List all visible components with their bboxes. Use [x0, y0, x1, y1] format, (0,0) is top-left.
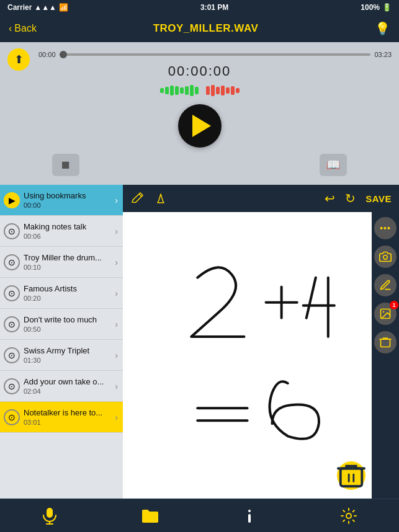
svg-point-16 [248, 510, 251, 512]
svg-rect-13 [47, 508, 53, 518]
undo-button[interactable]: ↩ [325, 191, 335, 206]
meter-bar [231, 86, 235, 95]
bookmark-item-7[interactable]: ⊙ Add your own take o... 02:04 › [0, 371, 123, 402]
bookmark-play-icon-3: ⊙ [4, 254, 20, 270]
bulb-icon[interactable]: 💡 [375, 21, 390, 36]
bookmark-title-5: Don't write too much [24, 315, 112, 324]
pencil-tool-button[interactable] [130, 192, 144, 205]
bookmark-time-5: 00:50 [24, 326, 112, 333]
bookmark-text-4: Famous Artists 00:20 [24, 284, 112, 302]
bookmark-time-4: 00:20 [24, 295, 112, 302]
wifi-icon: 📶 [59, 3, 68, 12]
start-time-label: 00:00 [38, 51, 56, 58]
bookmark-item-5[interactable]: ⊙ Don't write too much 00:50 › [0, 309, 123, 340]
bookmark-time-1: 00:00 [24, 202, 112, 209]
main-area: ⬆ 00:00 03:23 00:00:00 [0, 42, 399, 499]
redo-icon: ↻ [345, 191, 356, 206]
bookmark-title-6: Swiss Army Triplet [24, 346, 112, 355]
meter-bar [175, 86, 179, 95]
tab-microphone[interactable] [42, 507, 58, 525]
pen-button[interactable] [374, 274, 397, 296]
bookmark-text-6: Swiss Army Triplet 01:30 [24, 346, 112, 364]
status-left: Carrier ▲▲▲ 📶 [7, 3, 68, 12]
bookmark-open-button[interactable]: 📖 [320, 154, 347, 176]
bookmark-text-7: Add your own take o... 02:04 [24, 377, 112, 395]
current-time-display: 00:00:00 [168, 63, 231, 79]
back-label: Back [14, 23, 37, 34]
progress-track[interactable] [60, 53, 371, 56]
bookmark-title-3: Troy Miller the drum... [24, 253, 112, 262]
drawing-svg [123, 212, 372, 499]
highlight-tool-button[interactable] [154, 192, 168, 205]
meter-bar [206, 86, 210, 95]
pen-icon [379, 279, 392, 291]
chevron-right-icon-5: › [115, 319, 118, 329]
image-badge: 1 [390, 301, 398, 309]
bookmark-title-8: Notetalker is here to... [24, 408, 112, 417]
bookmark-title-7: Add your own take o... [24, 377, 112, 386]
status-time: 3:01 PM [200, 3, 228, 12]
meter-bar [180, 87, 184, 94]
right-sidebar: ••• [372, 212, 399, 499]
meter-bar [160, 88, 164, 93]
chevron-right-icon-2: › [115, 226, 118, 236]
playback-section: ⬆ 00:00 03:23 00:00:00 [0, 42, 399, 185]
camera-button[interactable] [374, 246, 397, 268]
share-button[interactable]: ⬆ [7, 48, 30, 71]
bookmark-text-5: Don't write too much 00:50 [24, 315, 112, 333]
stop-icon: ⏹ [60, 159, 71, 172]
meter-bar [211, 85, 215, 96]
drawing-canvas[interactable] [123, 212, 372, 499]
redo-button[interactable]: ↻ [345, 191, 356, 206]
svg-point-18 [346, 513, 351, 518]
control-row: ⏹ 📖 [46, 153, 353, 177]
canvas-trash-button[interactable] [337, 461, 365, 490]
tab-folder[interactable] [141, 508, 159, 524]
bookmark-item-3[interactable]: ⊙ Troy Miller the drum... 00:10 › [0, 247, 123, 278]
svg-point-10 [383, 311, 385, 313]
image-button[interactable]: 1 [374, 303, 397, 325]
camera-icon [379, 250, 392, 263]
highlight-icon [154, 192, 168, 205]
chevron-right-icon-7: › [115, 381, 118, 391]
sidebar-trash-icon [379, 336, 392, 348]
meter-bar [216, 87, 220, 94]
stop-button[interactable]: ⏹ [52, 154, 79, 176]
bookmark-play-icon-7: ⊙ [4, 378, 20, 394]
back-chevron-icon: ‹ [9, 23, 12, 34]
bookmark-play-icon-5: ⊙ [4, 316, 20, 332]
bookmark-time-2: 00:06 [24, 233, 112, 240]
bookmark-title-1: Using bookmarks [24, 191, 112, 200]
bookmark-title-2: Making notes talk [24, 222, 112, 231]
bookmark-item-2[interactable]: ⊙ Making notes talk 00:06 › [0, 216, 123, 247]
bookmark-item-1[interactable]: ▶ Using bookmarks 00:00 › [0, 185, 123, 216]
right-sidebar-trash-button[interactable] [374, 331, 397, 353]
more-options-button[interactable]: ••• [374, 217, 397, 239]
bookmark-item-4[interactable]: ⊙ Famous Artists 00:20 › [0, 278, 123, 309]
bookmark-item-6[interactable]: ⊙ Swiss Army Triplet 01:30 › [0, 340, 123, 371]
svg-rect-17 [248, 514, 251, 523]
dots-icon: ••• [380, 223, 391, 233]
canvas-trash-icon-container [337, 461, 365, 490]
folder-icon [141, 508, 159, 524]
progress-bar-container[interactable]: 00:00 03:23 [7, 51, 392, 58]
tab-info[interactable] [242, 507, 257, 525]
progress-thumb [60, 51, 67, 58]
bookmark-item-8[interactable]: ⊙ Notetalker is here to... 03:01 › [0, 402, 123, 433]
bookmark-text-8: Notetalker is here to... 03:01 [24, 408, 112, 426]
trash-icon [337, 461, 365, 490]
svg-point-8 [383, 255, 388, 260]
chevron-right-icon-1: › [115, 195, 118, 205]
save-button[interactable]: SAVE [365, 193, 392, 204]
status-bar: Carrier ▲▲▲ 📶 3:01 PM 100% 🔋 [0, 0, 399, 15]
meter-bar [190, 85, 194, 96]
bookmark-list: ▶ Using bookmarks 00:00 › ⊙ Making notes… [0, 185, 123, 499]
tab-settings[interactable] [340, 507, 357, 525]
play-triangle-icon [192, 115, 211, 137]
info-icon [242, 507, 257, 525]
back-button[interactable]: ‹ Back [9, 23, 37, 34]
pencil-icon [130, 192, 144, 205]
battery-icon: 🔋 [382, 3, 392, 12]
meter-bar [165, 87, 169, 94]
play-button[interactable] [178, 104, 222, 148]
